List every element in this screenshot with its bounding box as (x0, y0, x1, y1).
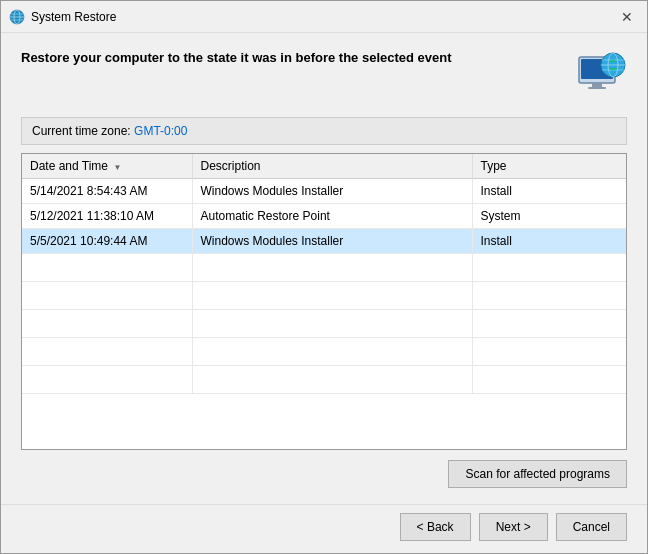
header-area: Restore your computer to the state it wa… (21, 49, 627, 101)
table-row[interactable]: 5/5/2021 10:49:44 AM Windows Modules Ins… (22, 229, 626, 254)
cell-datetime: 5/14/2021 8:54:43 AM (22, 179, 192, 204)
cancel-button[interactable]: Cancel (556, 513, 627, 541)
svg-rect-7 (592, 83, 602, 87)
cell-description: Windows Modules Installer (192, 179, 472, 204)
cell-description: Automatic Restore Point (192, 204, 472, 229)
scan-button[interactable]: Scan for affected programs (448, 460, 627, 488)
system-restore-window: System Restore ✕ Restore your computer t… (0, 0, 648, 554)
table-body: 5/14/2021 8:54:43 AM Windows Modules Ins… (22, 179, 626, 394)
next-button[interactable]: Next > (479, 513, 548, 541)
header-text: Restore your computer to the state it wa… (21, 49, 541, 67)
cell-type: System (472, 204, 626, 229)
window-icon (9, 9, 25, 25)
table-row-empty (22, 366, 626, 394)
bottom-bar: < Back Next > Cancel (1, 504, 647, 553)
col-header-type[interactable]: Type (472, 154, 626, 179)
back-button[interactable]: < Back (400, 513, 471, 541)
restore-points-table: Date and Time ▼ Description Type 5/14/20… (22, 154, 626, 394)
restore-points-table-container: Date and Time ▼ Description Type 5/14/20… (21, 153, 627, 450)
table-row-empty (22, 254, 626, 282)
cell-type: Install (472, 229, 626, 254)
title-bar: System Restore ✕ (1, 1, 647, 33)
svg-rect-8 (588, 87, 606, 89)
window-title: System Restore (31, 10, 615, 24)
timezone-value: GMT-0:00 (134, 124, 187, 138)
cell-type: Install (472, 179, 626, 204)
timezone-label: Current time zone: (32, 124, 134, 138)
col-header-description[interactable]: Description (192, 154, 472, 179)
table-row[interactable]: 5/12/2021 11:38:10 AM Automatic Restore … (22, 204, 626, 229)
main-content: Restore your computer to the state it wa… (1, 33, 647, 504)
table-header: Date and Time ▼ Description Type (22, 154, 626, 179)
table-row-empty (22, 282, 626, 310)
table-row[interactable]: 5/14/2021 8:54:43 AM Windows Modules Ins… (22, 179, 626, 204)
cell-datetime: 5/5/2021 10:49:44 AM (22, 229, 192, 254)
col-header-datetime[interactable]: Date and Time ▼ (22, 154, 192, 179)
scan-button-row: Scan for affected programs (21, 460, 627, 488)
cell-datetime: 5/12/2021 11:38:10 AM (22, 204, 192, 229)
table-row-empty (22, 338, 626, 366)
table-row-empty (22, 310, 626, 338)
restore-icon (575, 49, 627, 101)
close-button[interactable]: ✕ (615, 5, 639, 29)
sort-icon: ▼ (113, 163, 121, 172)
timezone-bar: Current time zone: GMT-0:00 (21, 117, 627, 145)
cell-description: Windows Modules Installer (192, 229, 472, 254)
